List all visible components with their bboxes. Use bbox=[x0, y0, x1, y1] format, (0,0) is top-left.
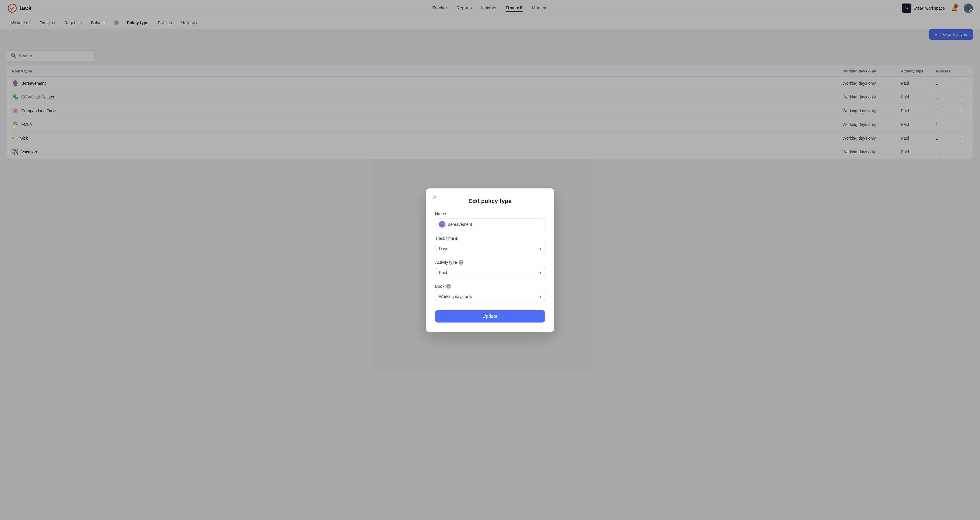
track-time-select[interactable]: Days Hours bbox=[435, 243, 545, 254]
track-time-field-group: Track time in Days Hours ▾ bbox=[435, 236, 545, 254]
track-time-label: Track time in bbox=[435, 236, 545, 241]
modal-overlay[interactable]: ✕ Edit policy type Name 🔮 Track time in … bbox=[0, 0, 980, 520]
activity-type-field-group: Activity type ? Paid Unpaid ▾ bbox=[435, 260, 545, 278]
modal-close-button[interactable]: ✕ bbox=[430, 193, 439, 201]
track-time-select-wrapper: Days Hours ▾ bbox=[435, 243, 545, 254]
activity-type-help-icon[interactable]: ? bbox=[459, 260, 463, 265]
book-select[interactable]: Working days only All days bbox=[435, 291, 545, 302]
modal-title: Edit policy type bbox=[435, 198, 545, 204]
name-input[interactable] bbox=[448, 222, 541, 227]
name-label: Name bbox=[435, 212, 545, 216]
edit-policy-type-modal: ✕ Edit policy type Name 🔮 Track time in … bbox=[426, 188, 554, 332]
book-label: Book ? bbox=[435, 284, 545, 289]
name-field-group: Name 🔮 bbox=[435, 212, 545, 230]
book-select-wrapper: Working days only All days ▾ bbox=[435, 291, 545, 302]
book-field-group: Book ? Working days only All days ▾ bbox=[435, 284, 545, 302]
activity-type-select-wrapper: Paid Unpaid ▾ bbox=[435, 267, 545, 278]
activity-type-label: Activity type ? bbox=[435, 260, 545, 265]
update-button[interactable]: Update bbox=[435, 310, 545, 322]
book-help-icon[interactable]: ? bbox=[446, 284, 451, 289]
name-icon: 🔮 bbox=[439, 221, 445, 228]
name-input-wrapper: 🔮 bbox=[435, 219, 545, 230]
activity-type-select[interactable]: Paid Unpaid bbox=[435, 267, 545, 278]
